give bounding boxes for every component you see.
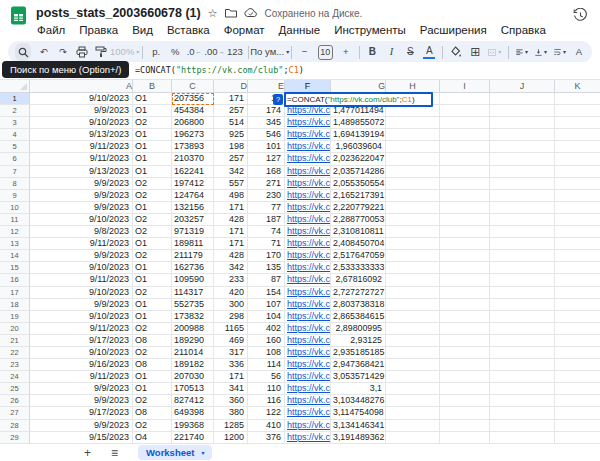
cell-F14[interactable]: https://vk.c — [285, 250, 331, 262]
cell-K29[interactable] — [555, 432, 600, 444]
row-header-29[interactable]: 29 — [0, 432, 30, 444]
cell-B6[interactable]: O1 — [133, 153, 172, 165]
cell-D5[interactable]: 198 — [214, 141, 248, 153]
cell-I9[interactable] — [440, 190, 490, 202]
cell-J28[interactable] — [490, 420, 555, 432]
row-header-12[interactable]: 12 — [0, 226, 30, 238]
cell-B1[interactable]: O1 — [133, 93, 172, 105]
cell-H15[interactable] — [386, 262, 440, 274]
cell-J10[interactable] — [490, 202, 555, 214]
cell-D3[interactable]: 514 — [214, 117, 248, 129]
row-header-15[interactable]: 15 — [0, 262, 30, 274]
cell-C1[interactable]: 207356 — [172, 93, 214, 105]
cell-E14[interactable]: 170 — [248, 250, 285, 262]
cell-E5[interactable]: 101 — [248, 141, 285, 153]
cell-D9[interactable]: 498 — [214, 190, 248, 202]
cell-I17[interactable] — [440, 287, 490, 299]
cell-I15[interactable] — [440, 262, 490, 274]
cell-F24[interactable]: https://vk.c — [285, 371, 331, 383]
cell-K18[interactable] — [555, 299, 600, 311]
row-header-10[interactable]: 10 — [0, 202, 30, 214]
cell-F19[interactable]: https://vk.c — [285, 311, 331, 323]
cell-K26[interactable] — [555, 395, 600, 407]
row-header-23[interactable]: 23 — [0, 359, 30, 371]
cell-K4[interactable] — [555, 129, 600, 141]
italic-button[interactable]: I — [385, 44, 397, 60]
cell-H6[interactable] — [386, 153, 440, 165]
cell-C23[interactable]: 189182 — [172, 359, 214, 371]
cell-C16[interactable]: 109590 — [172, 274, 214, 286]
cell-H12[interactable] — [386, 226, 440, 238]
cell-G20[interactable]: 2,89800995 — [331, 323, 386, 335]
cell-E13[interactable]: 71 — [248, 238, 285, 250]
cell-G6[interactable]: 2,023622047 — [331, 153, 386, 165]
cell-G27[interactable]: 3,114754098 — [331, 407, 386, 419]
cell-I16[interactable] — [440, 274, 490, 286]
cell-J22[interactable] — [490, 347, 555, 359]
cell-I12[interactable] — [440, 226, 490, 238]
cell-A22[interactable]: 9/10/2023 — [30, 347, 133, 359]
cell-J12[interactable] — [490, 226, 555, 238]
cell-D18[interactable]: 300 — [214, 299, 248, 311]
row-header-25[interactable]: 25 — [0, 383, 30, 395]
cell-H13[interactable] — [386, 238, 440, 250]
cell-K13[interactable] — [555, 238, 600, 250]
number-format-button[interactable]: 123 — [229, 44, 241, 60]
cell-J23[interactable] — [490, 359, 555, 371]
vk-link[interactable]: https://vk.c — [287, 226, 330, 236]
cell-J5[interactable] — [490, 141, 555, 153]
vk-link[interactable]: https://vk.c — [287, 166, 330, 176]
cell-B22[interactable]: O2 — [133, 347, 172, 359]
cell-C18[interactable]: 552735 — [172, 299, 214, 311]
cell-E26[interactable]: 116 — [248, 395, 285, 407]
cell-A21[interactable]: 9/17/2023 — [30, 335, 133, 347]
cell-K28[interactable] — [555, 420, 600, 432]
cell-F22[interactable]: https://vk.c — [285, 347, 331, 359]
cell-B19[interactable]: O1 — [133, 311, 172, 323]
cell-G18[interactable]: 2,803738318 — [331, 299, 386, 311]
column-header-K[interactable]: K — [555, 80, 600, 93]
cell-G16[interactable]: 2,67816092 — [331, 274, 386, 286]
cell-G14[interactable]: 2,517647059 — [331, 250, 386, 262]
cell-D29[interactable]: 1200 — [214, 432, 248, 444]
cell-F27[interactable]: https://vk.c — [285, 407, 331, 419]
cell-K6[interactable] — [555, 153, 600, 165]
increase-decimal-button[interactable]: .00→ — [207, 44, 222, 60]
cell-D24[interactable]: 171 — [214, 371, 248, 383]
cell-K7[interactable] — [555, 166, 600, 178]
cell-I11[interactable] — [440, 214, 490, 226]
cell-J14[interactable] — [490, 250, 555, 262]
cell-F26[interactable]: https://vk.c — [285, 395, 331, 407]
vk-link[interactable]: https://vk.c — [287, 311, 330, 321]
cell-J1[interactable] — [490, 93, 555, 105]
menu-Файл[interactable]: Файл — [30, 22, 72, 38]
cell-E21[interactable]: 160 — [248, 335, 285, 347]
cell-B29[interactable]: O4 — [133, 432, 172, 444]
cell-C9[interactable]: 124764 — [172, 190, 214, 202]
cell-G8[interactable]: 2,055350554 — [331, 178, 386, 190]
sheet-tab-worksheet[interactable]: Worksheet ▾ — [138, 445, 212, 460]
cell-E6[interactable]: 127 — [248, 153, 285, 165]
cell-D10[interactable]: 171 — [214, 202, 248, 214]
cell-I26[interactable] — [440, 395, 490, 407]
decrease-font-size-button[interactable]: − — [299, 44, 311, 60]
cell-K8[interactable] — [555, 178, 600, 190]
row-header-5[interactable]: 5 — [0, 141, 30, 153]
cell-C4[interactable]: 196273 — [172, 129, 214, 141]
cell-B25[interactable]: O1 — [133, 383, 172, 395]
cell-K23[interactable] — [555, 359, 600, 371]
cell-K12[interactable] — [555, 226, 600, 238]
cell-C27[interactable]: 649398 — [172, 407, 214, 419]
cell-G12[interactable]: 2,310810811 — [331, 226, 386, 238]
cell-D7[interactable]: 342 — [214, 166, 248, 178]
cell-E25[interactable]: 110 — [248, 383, 285, 395]
cell-F11[interactable]: https://vk.c — [285, 214, 331, 226]
all-sheets-icon[interactable]: ≡ — [111, 447, 118, 459]
cell-E15[interactable]: 135 — [248, 262, 285, 274]
search-icon[interactable] — [15, 43, 31, 61]
cell-C11[interactable]: 203257 — [172, 214, 214, 226]
row-header-22[interactable]: 22 — [0, 347, 30, 359]
row-header-11[interactable]: 11 — [0, 214, 30, 226]
cell-F17[interactable]: https://vk.c — [285, 287, 331, 299]
cell-E12[interactable]: 74 — [248, 226, 285, 238]
